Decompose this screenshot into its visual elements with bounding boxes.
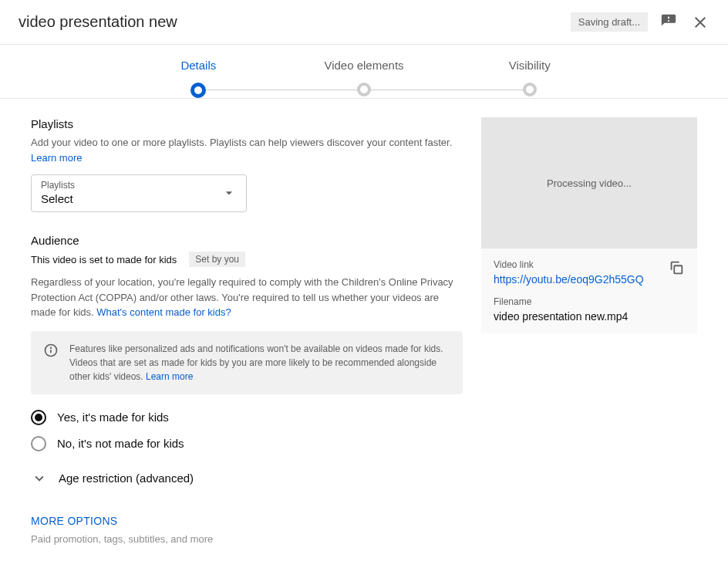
select-label: Playlists	[41, 180, 221, 191]
content-for-kids-link[interactable]: What's content made for kids?	[96, 306, 231, 318]
video-link[interactable]: https://youtu.be/eoq9G2h55GQ	[494, 273, 662, 286]
saving-draft-badge: Saving draft...	[571, 12, 648, 32]
svg-rect-3	[674, 265, 682, 273]
video-link-label: Video link	[494, 259, 662, 270]
filename-label: Filename	[494, 296, 685, 307]
set-by-badge: Set by you	[189, 252, 245, 267]
age-restriction-toggle[interactable]: Age restriction (advanced)	[31, 470, 463, 487]
radio-yes-made-for-kids[interactable]: Yes, it's made for kids	[31, 410, 463, 425]
step-details[interactable]: Details	[116, 59, 281, 83]
audience-desc: Regardless of your location, you're lega…	[31, 275, 463, 320]
feedback-icon[interactable]	[660, 13, 679, 32]
radio-icon	[31, 436, 46, 451]
dialog-header: video presentation new Saving draft...	[0, 0, 728, 45]
info-icon	[43, 343, 59, 358]
radio-icon	[31, 410, 46, 425]
audience-info-box: Features like personalized ads and notif…	[31, 331, 463, 394]
audience-status: This video is set to made for kids	[31, 254, 177, 265]
more-options-button[interactable]: MORE OPTIONS	[31, 515, 463, 527]
select-value: Select	[41, 192, 221, 205]
video-title: video presentation new	[19, 13, 571, 31]
svg-point-2	[51, 347, 52, 348]
audience-heading: Audience	[31, 234, 463, 247]
dropdown-caret-icon	[221, 185, 237, 201]
audience-info-learn-more-link[interactable]: Learn more	[146, 371, 193, 382]
filename-value: video presentation new.mp4	[494, 310, 685, 323]
video-preview: Processing video...	[481, 117, 697, 248]
step-visibility[interactable]: Visibility	[447, 59, 612, 83]
radio-not-made-for-kids[interactable]: No, it's not made for kids	[31, 436, 463, 451]
step-dot	[523, 83, 537, 96]
playlists-desc: Add your video to one or more playlists.…	[31, 135, 463, 165]
step-dot-active	[190, 83, 206, 98]
playlists-select[interactable]: Playlists Select	[31, 174, 247, 212]
step-video-elements[interactable]: Video elements	[281, 59, 447, 83]
chevron-down-icon	[31, 470, 48, 487]
video-metadata: Video link https://youtu.be/eoq9G2h55GQ …	[481, 248, 697, 333]
more-options-desc: Paid promotion, tags, subtitles, and mor…	[31, 533, 463, 545]
processing-text: Processing video...	[547, 177, 632, 189]
step-dot	[357, 83, 371, 96]
copy-icon[interactable]	[668, 259, 685, 276]
close-icon[interactable]	[691, 13, 709, 32]
upload-stepper: Details Video elements Visibility	[0, 45, 728, 99]
playlists-heading: Playlists	[31, 117, 463, 130]
playlists-learn-more-link[interactable]: Learn more	[31, 152, 82, 164]
